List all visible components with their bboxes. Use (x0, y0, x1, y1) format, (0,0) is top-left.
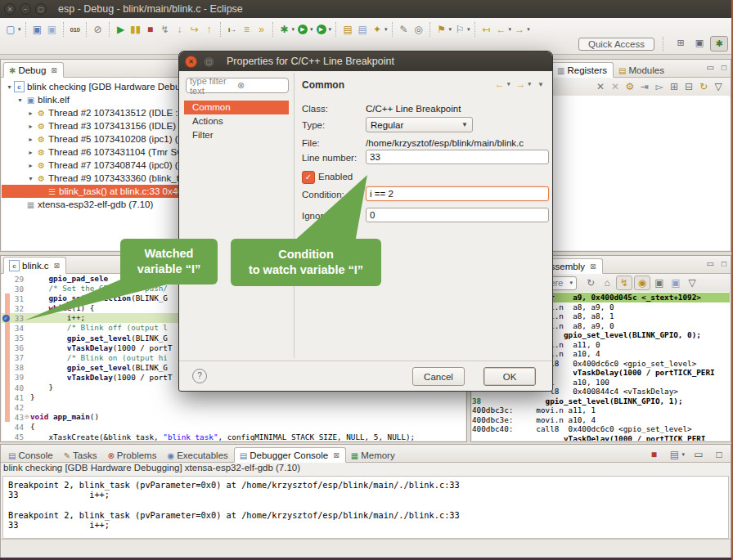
clear-filter-icon[interactable]: ⊗ (237, 80, 285, 91)
previous-annotation-dropdown-icon[interactable]: ▾ (467, 26, 470, 33)
debug-dropdown-icon[interactable]: ▾ (292, 26, 295, 33)
close-tab-icon[interactable]: ⊠ (333, 451, 340, 459)
close-tab-icon[interactable]: ⊠ (590, 262, 596, 271)
expander-icon[interactable]: ▾ (5, 83, 14, 91)
skip-all-breakpoints-button[interactable]: ⊘ (91, 23, 106, 36)
search-button[interactable]: ✦▾ (370, 23, 389, 36)
debug-button[interactable]: ✱▾ (277, 23, 296, 36)
expander-icon[interactable]: ▾ (16, 96, 25, 104)
disconnect-button[interactable]: ↯ (158, 23, 173, 36)
new-wizard-dropdown-icon[interactable]: ▾ (18, 26, 21, 33)
tab-debugger-console[interactable]: ▤Debugger Console⊠ (234, 447, 346, 463)
window-minimize-icon[interactable]: − (20, 3, 31, 15)
previous-annotation-button[interactable]: ⚐▾ (452, 23, 471, 36)
pin-view-button[interactable]: ▣ (668, 276, 683, 289)
filter-input[interactable]: type filter text ⊗ (186, 78, 289, 93)
search-dropdown-icon[interactable]: ▾ (384, 26, 388, 33)
instruction-stepping-button[interactable]: i→ (225, 25, 240, 34)
tab-console[interactable]: ▤Console (3, 448, 59, 462)
run-button[interactable]: ▶▾ (295, 24, 314, 35)
run-dropdown-icon[interactable]: ▾ (310, 26, 313, 33)
console-output[interactable]: Breakpoint 2, blink_task (pvParameter=0x… (2, 476, 729, 539)
maximize-view-icon[interactable]: □ (722, 259, 726, 268)
back-dropdown-icon[interactable]: ▾ (509, 26, 512, 33)
breakpoint-gutter[interactable]: ✓ (2, 315, 10, 322)
resume-button[interactable]: ▶ (114, 23, 128, 36)
enabled-checkbox[interactable]: ✓ (302, 171, 315, 184)
minimize-view-icon[interactable]: ▭ (707, 259, 714, 268)
display-selected-console-dropdown-icon[interactable]: ▾ (681, 451, 685, 458)
close-tab-icon[interactable]: ⊠ (54, 262, 61, 270)
expander-icon[interactable]: ▾ (26, 175, 35, 182)
next-annotation-dropdown-icon[interactable]: ▾ (449, 26, 452, 33)
expand-all-button[interactable]: ⊞ (667, 80, 681, 93)
refresh-button[interactable]: ↻ (696, 80, 711, 93)
view-menu-button[interactable]: ▽ (685, 276, 699, 289)
new-c-project-button[interactable]: ▤ (340, 23, 355, 36)
home-button[interactable]: ⌂ (600, 276, 614, 289)
line-number-input[interactable] (366, 150, 549, 164)
step-over-button[interactable]: ↪ (187, 23, 202, 36)
minimize-view-button[interactable]: ▭ (691, 448, 706, 461)
save-all-button[interactable]: ▣ (45, 23, 60, 36)
suspend-button[interactable]: ▮▮ (128, 23, 143, 36)
dialog-maximize-icon[interactable]: ▢ (203, 56, 215, 68)
fold-icon[interactable]: ⊖ (24, 414, 30, 420)
terminate-button[interactable]: ■ (143, 23, 158, 36)
save-button[interactable]: ▣ (30, 23, 45, 36)
link-with-editor-button[interactable]: ◎ (411, 23, 426, 36)
move-to-line-button[interactable]: ≡ (240, 23, 254, 36)
mark-occurrences-button[interactable]: ✎ (397, 23, 411, 36)
window-close-icon[interactable]: ✕ (4, 3, 16, 15)
forward-icon[interactable]: → (516, 78, 526, 90)
open-perspective-button[interactable]: ⊞ (672, 36, 689, 50)
open-new-view-button[interactable]: ▣ (652, 276, 667, 289)
remove-selected-button[interactable]: ✕ (593, 80, 608, 93)
dialog-nav-actions[interactable]: Actions (184, 114, 289, 128)
register-groups-button[interactable]: ⚙ (623, 80, 637, 93)
help-icon[interactable]: ? (192, 369, 207, 383)
last-edit-location-button[interactable]: ↤ (479, 23, 494, 36)
display-selected-console-button[interactable]: ▤▾ (667, 448, 686, 461)
minimize-view-icon[interactable]: ▭ (707, 63, 714, 72)
step-into-button[interactable]: ↓ (173, 23, 187, 36)
external-tools-dropdown-icon[interactable]: ▾ (329, 26, 332, 33)
maximize-view-button[interactable]: □ (712, 448, 726, 461)
build-binary-button[interactable]: 010 (68, 25, 83, 34)
tab-debug[interactable]: ✱ Debug ⊠ (3, 62, 64, 78)
tab-blink-c[interactable]: c blink.c ⊠ (3, 257, 66, 274)
terminate-console-button[interactable]: ■ (646, 448, 661, 461)
collapse-all-button[interactable]: ⊟ (681, 80, 696, 93)
tab-problems[interactable]: ⊗Problems (102, 448, 162, 462)
tab-tasks[interactable]: ✎Tasks (59, 448, 103, 462)
expander-icon[interactable]: ▸ (26, 162, 35, 169)
tab-registers[interactable]: ▥ Registers (551, 62, 614, 78)
cancel-button[interactable]: Cancel (412, 367, 465, 386)
breakpoint-icon[interactable]: ✓ (2, 315, 10, 322)
dialog-nav-common[interactable]: Common (184, 101, 289, 114)
cpp-perspective-button[interactable]: ▣ (691, 36, 708, 50)
expander-icon[interactable]: ▸ (26, 136, 35, 143)
resume-at-line-button[interactable]: » (254, 23, 269, 36)
quick-access-button[interactable]: Quick Access (578, 38, 654, 51)
dialog-nav-filter[interactable]: Filter (184, 128, 289, 142)
window-maximize-icon[interactable]: ▢ (35, 3, 47, 15)
back-icon[interactable]: ← (495, 78, 505, 90)
back-button[interactable]: ←▾ (494, 23, 513, 36)
new-wizard-button[interactable]: ▢▾ (3, 23, 22, 36)
step-return-button[interactable]: ↑ (202, 23, 217, 36)
condition-input[interactable] (366, 186, 549, 201)
maximize-view-icon[interactable]: □ (722, 63, 726, 72)
refresh-view-button[interactable]: ↻ (583, 276, 598, 289)
close-tab-icon[interactable]: ⊠ (51, 66, 57, 74)
forward-dropdown-icon[interactable]: ▾ (527, 26, 530, 33)
debug-perspective-button[interactable]: ✱ (710, 36, 728, 52)
external-tools-button[interactable]: ▶▾ (314, 24, 333, 35)
remove-all-button[interactable]: ✕ (608, 80, 623, 93)
tab-executables[interactable]: ◉Executables (162, 448, 233, 462)
tab-memory[interactable]: ▦Memory (346, 448, 401, 462)
open-element-button[interactable]: ▤ (355, 23, 370, 36)
track-expression-button[interactable]: ◉ (634, 276, 650, 290)
forward-button[interactable]: →▾ (512, 23, 531, 36)
type-select[interactable]: Regular ▼ (366, 117, 473, 132)
